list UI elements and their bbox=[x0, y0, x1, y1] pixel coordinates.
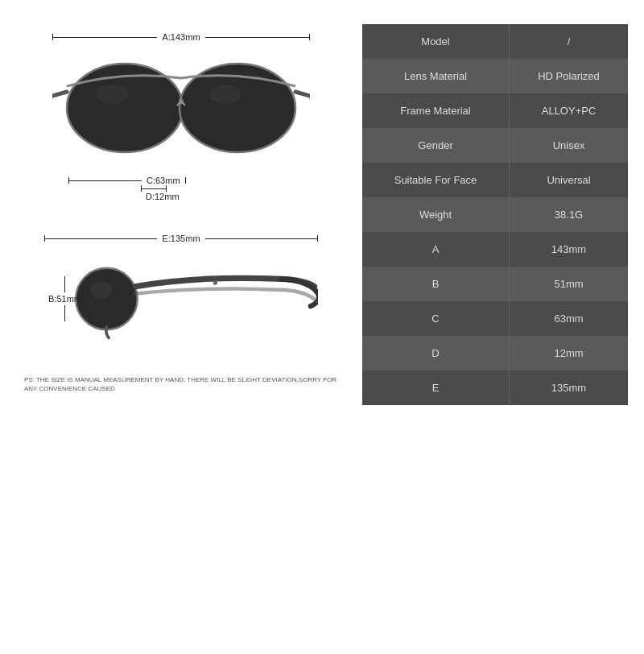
spec-value: HD Polarized bbox=[510, 59, 628, 93]
spec-label: Model bbox=[362, 24, 510, 59]
spec-label: Frame Material bbox=[362, 93, 510, 128]
specs-table: Model/Lens MaterialHD PolarizedFrame Mat… bbox=[362, 24, 628, 405]
d-label: D:12mm bbox=[146, 192, 180, 201]
svg-point-7 bbox=[76, 267, 138, 329]
tick-right bbox=[309, 34, 310, 40]
e-horiz-left bbox=[45, 238, 157, 239]
horiz-line-right bbox=[205, 37, 309, 38]
spec-label: Gender bbox=[362, 128, 510, 163]
table-row: Suitable For FaceUniversal bbox=[362, 163, 628, 197]
table-row: Model/ bbox=[362, 24, 628, 59]
a-dimension-row: A:143mm bbox=[52, 32, 310, 42]
table-row: Frame MaterialALLOY+PC bbox=[362, 93, 628, 128]
table-row: E135mm bbox=[362, 370, 628, 405]
spec-label: A bbox=[362, 232, 510, 267]
table-row: Weight38.1G bbox=[362, 197, 628, 232]
left-panel: A:143mm bbox=[16, 24, 346, 630]
table-row: D12mm bbox=[362, 336, 628, 370]
spec-label: Lens Material bbox=[362, 59, 510, 93]
svg-line-4 bbox=[295, 92, 310, 96]
spec-value: 12mm bbox=[510, 336, 628, 370]
spec-value: 51mm bbox=[510, 267, 628, 301]
spec-value: 63mm bbox=[510, 301, 628, 336]
table-row: Lens MaterialHD Polarized bbox=[362, 59, 628, 93]
spec-label: B bbox=[362, 267, 510, 301]
spec-value: ALLOY+PC bbox=[510, 93, 628, 128]
side-glasses-section: E:135mm B:51mm bbox=[16, 234, 346, 351]
spec-value: / bbox=[510, 24, 628, 59]
main-container: A:143mm bbox=[0, 0, 644, 654]
table-row: B51mm bbox=[362, 267, 628, 301]
b-label: B:51mm bbox=[48, 292, 81, 305]
table-row: GenderUnisex bbox=[362, 128, 628, 163]
spec-label: E bbox=[362, 370, 510, 405]
spec-value: Universal bbox=[510, 163, 628, 197]
svg-line-3 bbox=[52, 92, 67, 96]
spec-value: 135mm bbox=[510, 370, 628, 405]
spec-label: D bbox=[362, 336, 510, 370]
e-tick-right bbox=[317, 235, 318, 242]
spec-value: 38.1G bbox=[510, 197, 628, 232]
e-horiz-right bbox=[205, 238, 317, 239]
top-glasses-section: A:143mm bbox=[16, 32, 346, 201]
spec-label: Weight bbox=[362, 197, 510, 232]
table-row: C63mm bbox=[362, 301, 628, 336]
glasses-side-view: B:51mm bbox=[44, 246, 318, 351]
spec-label: C bbox=[362, 301, 510, 336]
spec-value: 143mm bbox=[510, 232, 628, 267]
note-text: PS: THE SIZE IS MANUAL MEASUREMENT BY HA… bbox=[16, 375, 346, 393]
table-row: A143mm bbox=[362, 232, 628, 267]
c-label: C:63mm bbox=[142, 176, 185, 185]
spec-label: Suitable For Face bbox=[362, 163, 510, 197]
svg-point-5 bbox=[97, 85, 129, 104]
e-dimension-row: E:135mm bbox=[44, 234, 318, 243]
svg-point-8 bbox=[90, 281, 112, 299]
svg-point-6 bbox=[209, 85, 242, 104]
glasses-front-view bbox=[52, 45, 310, 174]
right-panel: Model/Lens MaterialHD PolarizedFrame Mat… bbox=[362, 24, 628, 630]
svg-point-9 bbox=[213, 280, 217, 284]
spec-value: Unisex bbox=[510, 128, 628, 163]
e-label: E:135mm bbox=[157, 234, 204, 243]
horiz-line-left bbox=[53, 37, 157, 38]
b-label-area: B:51mm bbox=[48, 246, 81, 351]
a-label: A:143mm bbox=[157, 32, 204, 42]
